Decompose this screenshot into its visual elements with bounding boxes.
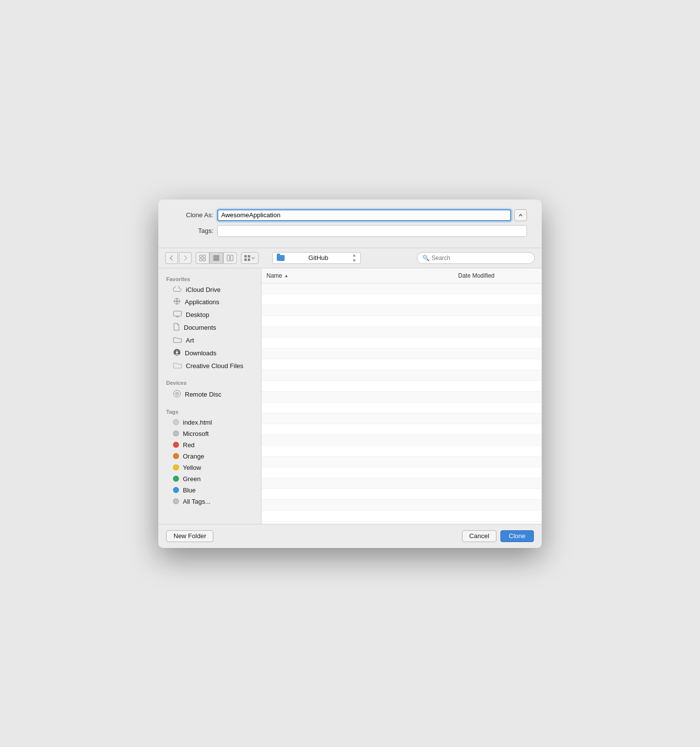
tag-items: index.html Microsoft Red Orange Yellow G…	[158, 417, 261, 507]
sidebar: Favorites iCloud Drive Applications Desk…	[158, 268, 262, 524]
cancel-button[interactable]: Cancel	[462, 530, 496, 542]
tag-color-dot	[173, 453, 179, 459]
location-text: GitHub	[288, 254, 349, 261]
file-rows	[262, 284, 542, 524]
main-content: Favorites iCloud Drive Applications Desk…	[158, 268, 542, 524]
svg-rect-16	[174, 311, 181, 316]
table-row	[262, 284, 542, 294]
sidebar-item-applications[interactable]: Applications	[161, 295, 258, 309]
sidebar-item-label: Documents	[184, 324, 216, 331]
clone-button[interactable]: Clone	[500, 530, 534, 542]
sidebar-item-label: Desktop	[186, 311, 209, 318]
disc-icon	[173, 390, 181, 399]
view-more-button[interactable]	[241, 252, 259, 264]
tag-color-dot	[173, 464, 179, 470]
tag-color-dot	[173, 487, 179, 493]
sidebar-item-label: Yellow	[183, 464, 201, 471]
sidebar-item-label: Art	[186, 337, 194, 344]
view-column-button[interactable]	[223, 252, 237, 264]
location-arrows-icon: ▲ ▼	[352, 253, 356, 263]
sidebar-item-tag-index-html[interactable]: index.html	[161, 417, 258, 428]
nav-back-button[interactable]	[165, 252, 178, 264]
tag-color-dot	[173, 431, 179, 436]
location-selector[interactable]: GitHub ▲ ▼	[272, 252, 361, 264]
table-row	[262, 413, 542, 424]
sidebar-item-label: iCloud Drive	[186, 286, 221, 293]
expand-button[interactable]	[514, 209, 527, 221]
svg-rect-8	[231, 255, 233, 261]
col-name-header[interactable]: Name ▲	[262, 270, 453, 281]
table-row	[262, 359, 542, 370]
table-row	[262, 435, 542, 446]
new-folder-button[interactable]: New Folder	[166, 530, 213, 542]
icloud-icon	[173, 286, 182, 293]
devices-label: Devices	[158, 377, 261, 388]
view-icon-button[interactable]	[196, 252, 209, 264]
table-row	[262, 489, 542, 500]
view-list-button[interactable]	[209, 252, 223, 264]
tag-color-dot	[173, 476, 179, 482]
favorites-label: Favorites	[158, 273, 261, 284]
sidebar-item-creative[interactable]: Creative Cloud Files	[161, 360, 258, 372]
clone-as-row: Clone As:	[173, 209, 527, 221]
tags-input[interactable]	[217, 225, 527, 237]
sidebar-item-label: Creative Cloud Files	[186, 362, 243, 370]
tags-label: Tags:	[173, 227, 217, 234]
top-form: Clone As: Tags:	[158, 200, 542, 248]
table-row	[262, 305, 542, 316]
view-icon-grid-icon	[199, 255, 206, 261]
sidebar-item-remote-disc[interactable]: Remote Disc	[161, 388, 258, 401]
table-row	[262, 381, 542, 392]
sort-arrow-icon: ▲	[284, 273, 289, 278]
sidebar-item-tag-orange[interactable]: Orange	[161, 451, 258, 462]
sidebar-item-tag-blue[interactable]: Blue	[161, 485, 258, 496]
svg-rect-0	[200, 255, 202, 258]
chevron-left-icon	[170, 255, 174, 261]
tag-color-dot	[173, 419, 179, 425]
sidebar-item-desktop[interactable]: Desktop	[161, 309, 258, 321]
table-row	[262, 478, 542, 489]
sidebar-item-art[interactable]: Art	[161, 334, 258, 346]
sidebar-item-documents[interactable]: Documents	[161, 321, 258, 334]
bottom-bar: New Folder Cancel Clone	[158, 524, 542, 548]
sidebar-item-tag-microsoft[interactable]: Microsoft	[161, 428, 258, 439]
search-input[interactable]	[432, 255, 529, 261]
sidebar-item-icloud[interactable]: iCloud Drive	[161, 284, 258, 295]
table-row	[262, 467, 542, 478]
search-box: 🔍	[417, 252, 535, 264]
grid-icon	[244, 255, 250, 261]
sidebar-item-tag-all-tags[interactable]: All Tags...	[161, 496, 258, 507]
table-row	[262, 424, 542, 435]
sidebar-item-tag-red[interactable]: Red	[161, 439, 258, 451]
clone-as-input[interactable]	[217, 209, 511, 221]
svg-rect-12	[248, 259, 250, 261]
table-row	[262, 402, 542, 413]
svg-rect-7	[227, 255, 230, 261]
table-row	[262, 511, 542, 521]
clone-as-label: Clone As:	[173, 211, 217, 219]
sidebar-item-tag-yellow[interactable]: Yellow	[161, 462, 258, 473]
sidebar-item-tag-green[interactable]: Green	[161, 473, 258, 485]
table-row	[262, 316, 542, 327]
save-dialog: Clone As: Tags:	[158, 200, 542, 548]
table-row	[262, 457, 542, 467]
tag-color-dot	[173, 442, 179, 448]
nav-forward-button[interactable]	[179, 252, 192, 264]
svg-point-25	[176, 393, 177, 394]
svg-rect-2	[200, 259, 202, 261]
sidebar-item-label: Green	[183, 475, 201, 483]
table-row	[262, 327, 542, 338]
tags-section-label: Tags	[158, 406, 261, 417]
sidebar-item-label: Applications	[185, 298, 219, 306]
table-row	[262, 446, 542, 457]
svg-rect-9	[244, 255, 247, 258]
sidebar-item-label: Blue	[183, 487, 196, 494]
sidebar-item-label: index.html	[183, 419, 212, 426]
view-column-icon	[227, 255, 233, 261]
sidebar-item-downloads[interactable]: Downloads	[161, 346, 258, 360]
table-row	[262, 294, 542, 305]
svg-rect-10	[248, 255, 250, 258]
table-row	[262, 348, 542, 359]
table-row	[262, 338, 542, 348]
col-date-header: Date Modified	[453, 270, 542, 281]
